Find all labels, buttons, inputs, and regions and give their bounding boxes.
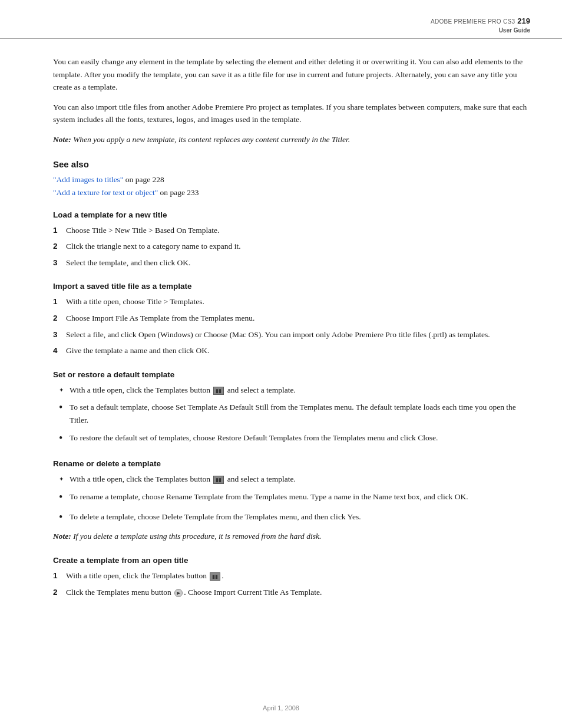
section-create: Create a template from an open title 1 W… — [53, 556, 530, 598]
menu-button-icon: ► — [174, 589, 183, 597]
import-step-4-text: Give the template a name and then click … — [66, 344, 530, 357]
header-page-number: 219 — [517, 17, 530, 25]
import-step-4-num: 4 — [53, 344, 66, 357]
rename-bullet-1: • To rename a template, choose Rename Te… — [53, 490, 530, 506]
create-step-1-num: 1 — [53, 569, 66, 582]
section-load: Load a template for a new title 1 Choose… — [53, 210, 530, 269]
create-step-1-text: With a title open, click the Templates b… — [66, 569, 530, 582]
load-step-2: 2 Click the triangle next to a category … — [53, 240, 530, 253]
load-step-3: 3 Select the template, and then click OK… — [53, 256, 530, 269]
main-content: You can easily change any element in the… — [0, 39, 562, 625]
load-step-3-num: 3 — [53, 256, 66, 269]
load-step-1-num: 1 — [53, 224, 66, 237]
bullet-icon-1: • — [59, 399, 70, 426]
see-also-link-1-text: "Add images to titles" — [53, 175, 123, 184]
bullet-icon-4: • — [59, 509, 70, 526]
set-restore-bullet-1-text: To set a default template, choose Set Te… — [70, 401, 530, 426]
load-step-2-num: 2 — [53, 240, 66, 253]
rename-bullet-2: • To delete a template, choose Delete Te… — [53, 510, 530, 526]
set-restore-bullet-2-text: To restore the default set of templates,… — [70, 431, 530, 447]
import-step-1: 1 With a title open, choose Title > Temp… — [53, 295, 530, 308]
see-also-section: See also "Add images to titles" on page … — [53, 159, 530, 197]
section-rename-heading: Rename or delete a template — [53, 459, 530, 468]
rename-bullet-2-text: To delete a template, choose Delete Temp… — [70, 510, 530, 526]
create-step-2-text: Click the Templates menu button ►. Choos… — [66, 586, 530, 599]
header-product: ADOBE PREMIERE PRO CS3 — [431, 18, 515, 25]
rename-diamond-text: With a title open, click the Templates b… — [70, 473, 530, 486]
section-rename: Rename or delete a template ✦ With a tit… — [53, 459, 530, 543]
import-step-3: 3 Select a file, and click Open (Windows… — [53, 328, 530, 341]
section-load-heading: Load a template for a new title — [53, 210, 530, 219]
page-footer: April 1, 2008 — [0, 704, 562, 711]
load-step-3-text: Select the template, and then click OK. — [66, 256, 530, 269]
rename-diamond: ✦ With a title open, click the Templates… — [53, 473, 530, 486]
see-also-heading: See also — [53, 159, 530, 169]
section-set-restore: Set or restore a default template ✦ With… — [53, 370, 530, 447]
rename-bullet-1-text: To rename a template, choose Rename Temp… — [70, 490, 530, 506]
create-step-2: 2 Click the Templates menu button ►. Cho… — [53, 586, 530, 599]
section-create-heading: Create a template from an open title — [53, 556, 530, 565]
diamond-icon-1: ✦ — [59, 386, 70, 397]
see-also-link-2-suffix: on page 233 — [158, 188, 199, 197]
note-paragraph: Note: When you apply a new template, its… — [53, 133, 530, 146]
bullet-icon-2: • — [59, 430, 70, 447]
set-restore-bullet-1: • To set a default template, choose Set … — [53, 401, 530, 426]
section-import-heading: Import a saved title file as a template — [53, 282, 530, 291]
import-step-2-text: Choose Import File As Template from the … — [66, 312, 530, 325]
load-step-1-text: Choose Title > New Title > Based On Temp… — [66, 224, 530, 237]
see-also-link-1-suffix: on page 228 — [123, 175, 164, 184]
import-step-1-text: With a title open, choose Title > Templa… — [66, 295, 530, 308]
templates-button-icon-1: ▮▮ — [213, 387, 224, 395]
templates-button-icon-2: ▮▮ — [213, 476, 224, 484]
header-guide: User Guide — [499, 27, 530, 34]
page-header: ADOBE PREMIERE PRO CS3 219 User Guide — [0, 0, 562, 39]
rename-note-label: Note: — [53, 532, 71, 541]
note-text: When you apply a new template, its conte… — [73, 135, 350, 144]
footer-date: April 1, 2008 — [263, 704, 299, 711]
rename-note-text: If you delete a template using this proc… — [73, 532, 321, 541]
import-step-2: 2 Choose Import File As Template from th… — [53, 312, 530, 325]
import-step-3-text: Select a file, and click Open (Windows) … — [66, 328, 530, 341]
see-also-link-2[interactable]: "Add a texture for text or object" on pa… — [53, 188, 530, 197]
load-step-1: 1 Choose Title > New Title > Based On Te… — [53, 224, 530, 237]
note-label: Note: — [53, 135, 71, 144]
see-also-link-1[interactable]: "Add images to titles" on page 228 — [53, 175, 530, 185]
header-right: ADOBE PREMIERE PRO CS3 219 User Guide — [431, 17, 530, 35]
templates-button-icon-3: ▮▮ — [210, 572, 220, 581]
section-set-restore-heading: Set or restore a default template — [53, 370, 530, 379]
create-step-1: 1 With a title open, click the Templates… — [53, 569, 530, 582]
body-paragraph-1: You can easily change any element in the… — [53, 55, 530, 94]
import-step-1-num: 1 — [53, 295, 66, 308]
see-also-link-2-text: "Add a texture for text or object" — [53, 188, 158, 197]
page-container: ADOBE PREMIERE PRO CS3 219 User Guide Yo… — [0, 0, 562, 728]
set-restore-diamond: ✦ With a title open, click the Templates… — [53, 384, 530, 397]
body-paragraph-2: You can also import title files from ano… — [53, 101, 530, 126]
import-step-4: 4 Give the template a name and then clic… — [53, 344, 530, 357]
set-restore-diamond-text: With a title open, click the Templates b… — [70, 384, 530, 397]
import-step-3-num: 3 — [53, 328, 66, 341]
import-step-2-num: 2 — [53, 312, 66, 325]
section-import: Import a saved title file as a template … — [53, 282, 530, 357]
diamond-icon-2: ✦ — [59, 475, 70, 486]
create-step-2-num: 2 — [53, 586, 66, 599]
rename-note: Note: If you delete a template using thi… — [53, 530, 530, 543]
set-restore-bullet-2: • To restore the default set of template… — [53, 431, 530, 447]
bullet-icon-3: • — [59, 489, 70, 506]
load-step-2-text: Click the triangle next to a category na… — [66, 240, 530, 253]
